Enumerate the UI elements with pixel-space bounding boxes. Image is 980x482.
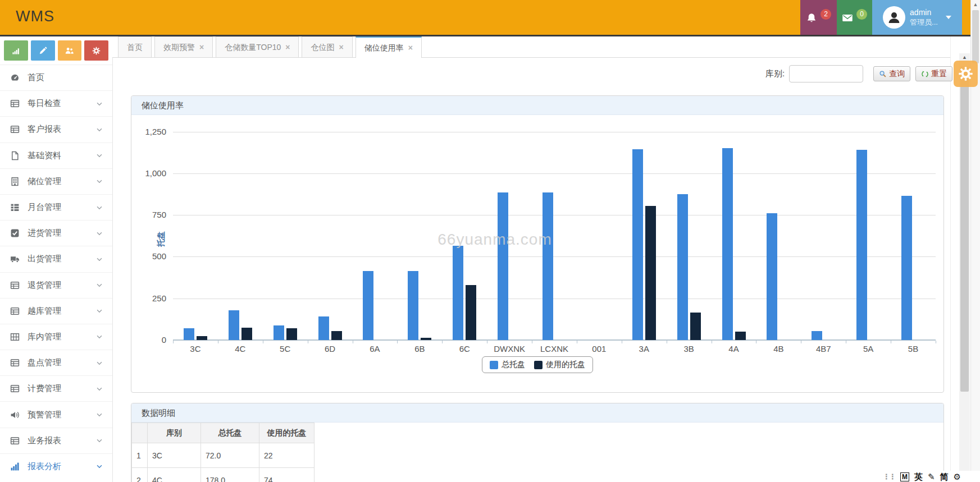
inner-scrollbar-thumb[interactable] xyxy=(960,66,969,392)
truck-icon xyxy=(10,254,22,264)
gear-icon xyxy=(958,66,973,81)
x-tick-mark xyxy=(936,341,936,343)
sidebar-item-4[interactable]: 储位管理 xyxy=(0,168,112,194)
table-cell: 178.0 xyxy=(201,468,259,482)
chart-legend: 总托盘使用的托盘 xyxy=(482,356,593,373)
chevron-down-icon xyxy=(95,411,103,419)
sidebar-item-label: 库内管理 xyxy=(28,332,61,342)
data-table-body: 13C72.02224C178.074 xyxy=(132,443,314,482)
sidebar-item-12[interactable]: 计费管理 xyxy=(0,375,112,401)
inner-scrollbar[interactable]: ▲ xyxy=(959,53,970,482)
sidebar-item-3[interactable]: 基础资料 xyxy=(0,143,112,168)
x-tick-mark xyxy=(667,341,667,343)
sidebar-item-2[interactable]: 客户报表 xyxy=(0,116,112,142)
sidebar-item-1[interactable]: 每日检查 xyxy=(0,90,112,116)
tab-close-icon[interactable]: × xyxy=(285,43,290,51)
x-tick-mark xyxy=(308,341,308,343)
sidebar-item-8[interactable]: 退货管理 xyxy=(0,272,112,298)
dashboard-icon xyxy=(10,73,22,82)
sidebar-item-6[interactable]: 进货管理 xyxy=(0,220,112,246)
bar-总托盘-5B xyxy=(901,196,912,340)
bar-总托盘-LCXNK xyxy=(543,192,553,340)
y-gridline xyxy=(173,132,936,132)
tab-label: 效期预警 xyxy=(163,38,195,57)
chevron-down-icon xyxy=(95,281,103,289)
ime-item-0[interactable]: M xyxy=(900,472,909,481)
quick-button-edit[interactable] xyxy=(31,40,55,61)
content-divider xyxy=(950,36,951,482)
sidebar-item-label: 越库管理 xyxy=(28,306,61,316)
bar-使用的托盘-3A xyxy=(645,206,656,340)
quick-button-stats[interactable] xyxy=(4,40,28,61)
sidebar-item-label: 进货管理 xyxy=(28,228,61,238)
x-tick-mark xyxy=(442,341,443,343)
sidebar-item-0[interactable]: 首页 xyxy=(0,65,112,90)
x-category-label: 5A xyxy=(846,344,891,354)
user-menu[interactable]: admin 管理员... xyxy=(872,0,962,35)
avatar xyxy=(883,6,905,29)
sidebar-menu: 首页每日检查客户报表基础资料储位管理月台管理进货管理出货管理退货管理越库管理库内… xyxy=(0,65,112,479)
y-gridline xyxy=(173,256,936,257)
outer-scrollbar-thumb[interactable] xyxy=(972,10,979,63)
reset-button[interactable]: 重置 xyxy=(915,66,952,81)
ime-item-2[interactable]: ✎ xyxy=(928,472,935,481)
sidebar-item-label: 客户报表 xyxy=(28,124,61,135)
data-panel: 数据明细 库别总托盘使用的托盘 13C72.02224C178.074 xyxy=(131,403,944,482)
chevron-down-icon xyxy=(95,307,103,315)
signal-icon xyxy=(12,47,20,55)
chart-panel-title: 储位使用率 xyxy=(131,96,943,115)
sidebar-item-13[interactable]: 预警管理 xyxy=(0,401,112,427)
table-cell: 72.0 xyxy=(201,443,259,468)
sidebar-item-15[interactable]: 报表分析 xyxy=(0,453,112,479)
y-tick-label: 750 xyxy=(133,210,166,219)
search-button[interactable]: 查询 xyxy=(873,66,910,81)
users-icon xyxy=(65,47,74,55)
messages-button[interactable]: 0 xyxy=(837,0,872,35)
inner-scroll-up-icon[interactable]: ▲ xyxy=(959,54,970,60)
sidebar-item-label: 月台管理 xyxy=(28,202,61,213)
tab-close-icon[interactable]: × xyxy=(199,43,204,51)
chevron-down-icon xyxy=(95,437,103,444)
tab-4[interactable]: 储位使用率× xyxy=(355,36,422,58)
tab-3[interactable]: 仓位图× xyxy=(302,36,352,57)
sidebar-item-14[interactable]: 业务报表 xyxy=(0,428,112,453)
y-tick-label: 0 xyxy=(133,335,166,345)
sidebar-item-label: 报表分析 xyxy=(28,461,61,472)
bar-总托盘-6A xyxy=(363,271,373,340)
tab-close-icon[interactable]: × xyxy=(408,44,413,52)
y-tick-label: 1,250 xyxy=(133,127,166,136)
quick-button-settings[interactable] xyxy=(84,40,108,61)
sidebar-item-7[interactable]: 出货管理 xyxy=(0,246,112,272)
sidebar-item-9[interactable]: 越库管理 xyxy=(0,298,112,324)
tab-close-icon[interactable]: × xyxy=(339,43,343,51)
quick-button-users[interactable] xyxy=(58,40,82,61)
chevron-down-icon xyxy=(95,100,103,108)
messages-count-badge: 0 xyxy=(856,9,867,20)
tab-1[interactable]: 效期预警× xyxy=(154,36,213,57)
sidebar-item-10[interactable]: 库内管理 xyxy=(0,324,112,350)
ime-item-4[interactable]: ⚙ xyxy=(954,472,961,481)
notifications-button[interactable]: 2 xyxy=(800,0,837,35)
bar-使用的托盘-4C xyxy=(241,328,252,340)
sidebar-item-5[interactable]: 月台管理 xyxy=(0,194,112,220)
outer-scroll-up-icon[interactable]: ▲ xyxy=(971,2,980,7)
sidebar-item-11[interactable]: 盘点管理 xyxy=(0,350,112,375)
tab-2[interactable]: 仓储数量TOP10× xyxy=(216,36,299,57)
warehouse-filter-input[interactable] xyxy=(789,65,863,82)
legend-item-0[interactable]: 总托盘 xyxy=(490,360,525,370)
chevron-down-icon xyxy=(95,229,103,237)
sidebar-item-label: 储位管理 xyxy=(28,176,61,187)
table-row-0[interactable]: 13C72.022 xyxy=(132,443,314,468)
ime-handle[interactable]: ⋮⋮ xyxy=(883,472,895,481)
ime-item-1[interactable]: 英 xyxy=(914,472,923,481)
sidebar-item-label: 盘点管理 xyxy=(28,357,61,368)
ime-item-3[interactable]: 简 xyxy=(940,472,949,481)
tab-0[interactable]: 首页 xyxy=(118,36,152,57)
table-row-1[interactable]: 24C178.074 xyxy=(132,468,314,482)
theme-settings-button[interactable] xyxy=(954,61,978,87)
legend-item-1[interactable]: 使用的托盘 xyxy=(534,360,585,370)
bar-总托盘-4A xyxy=(722,148,733,340)
tab-label: 仓位图 xyxy=(311,38,334,57)
caret-down-icon xyxy=(946,16,951,19)
sidebar-subitem-top10[interactable]: 仓储数量TOP10 xyxy=(0,479,112,482)
